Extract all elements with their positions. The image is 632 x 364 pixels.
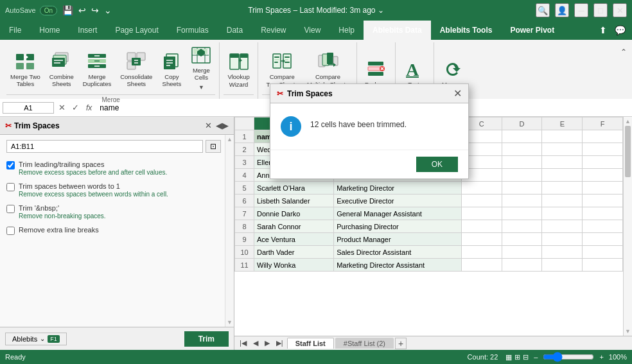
ribbon-collapse[interactable]: ⌃ [618,42,629,99]
range-select-button[interactable]: ⊡ [206,140,221,153]
cell-empty[interactable] [502,207,542,220]
cell-a[interactable]: Darth Vader [254,246,334,259]
grid-scroll-down[interactable]: ▼ [624,328,632,336]
cell-a[interactable]: Ace Ventura [254,233,334,246]
vlookup-wizard-button[interactable]: VlookupWizard [224,49,253,91]
grid-scroll-up[interactable]: ▲ [624,117,632,125]
comments-button[interactable]: 💬 [613,25,627,35]
scroll-up-btn[interactable]: ▲ [225,135,234,143]
sheet-tab-staff-list-2[interactable]: #Staff List (2) [335,338,394,349]
sheet-nav-prev[interactable]: ◀ [250,339,261,347]
view-page-btn[interactable]: ⊞ [514,353,520,361]
sheet-nav-last[interactable]: ▶| [274,339,286,347]
cell-empty[interactable] [461,259,502,272]
consolidate-sheets-button[interactable]: ConsolidateSheets [116,49,156,91]
cell-empty[interactable] [542,156,583,169]
trim-between-checkbox[interactable] [6,183,15,191]
cell-empty[interactable] [461,207,502,220]
cell-reference-input[interactable] [3,102,54,114]
cell-empty[interactable] [583,233,623,246]
cell-empty[interactable] [542,130,583,143]
confirm-formula-btn[interactable]: ✓ [70,103,81,112]
sheet-tab-staff-list[interactable]: Staff List [287,338,334,349]
zoom-slider[interactable] [543,352,594,362]
cell-empty[interactable] [542,233,583,246]
sidebar-expand-btn[interactable]: ◀▶ [216,121,229,130]
cell-empty[interactable] [461,246,502,259]
tab-home[interactable]: Home [30,21,69,40]
cell-empty[interactable] [502,195,542,207]
merge-cells-button[interactable]: MergeCells [187,42,215,84]
cell-a[interactable]: Donnie Darko [254,207,334,220]
trim-nbsp-checkbox[interactable] [6,205,15,213]
cell-b[interactable]: Purchasing Director [334,220,462,233]
sheet-nav-next[interactable]: ▶ [262,339,272,347]
tab-data[interactable]: Data [218,21,252,40]
tab-file[interactable]: File [0,21,30,40]
cell-empty[interactable] [583,182,623,195]
trim-leading-checkbox[interactable] [6,161,15,169]
zoom-in-btn[interactable]: + [597,353,606,361]
profile-button[interactable]: 👤 [555,3,569,17]
tab-ablebits-tools[interactable]: Ablebits Tools [431,21,502,40]
cell-empty[interactable] [542,169,583,182]
grid-scrollbar[interactable]: ▲ ▼ [623,117,632,336]
merge-duplicates-button[interactable]: MergeDuplicates [79,49,115,91]
view-break-btn[interactable]: ⊟ [523,353,529,361]
cell-empty[interactable] [502,156,542,169]
cell-empty[interactable] [583,130,623,143]
range-input[interactable] [6,140,203,153]
cancel-formula-btn[interactable]: ✕ [57,103,67,112]
cell-empty[interactable] [502,233,542,246]
cell-empty[interactable] [502,259,542,272]
combine-sheets-button[interactable]: CombineSheets [46,49,78,91]
cell-empty[interactable] [461,233,502,246]
minimize-button[interactable]: ─ [574,3,588,17]
tab-formulas[interactable]: Formulas [168,21,218,40]
cell-empty[interactable] [502,169,542,182]
autosave-toggle[interactable]: On [40,6,57,15]
dialog-ok-button[interactable]: OK [416,157,458,172]
cell-empty[interactable] [583,220,623,233]
cell-empty[interactable] [502,246,542,259]
ablebits-menu-btn[interactable]: Ablebits ⌄ F1 [5,333,67,345]
sheet-nav-first[interactable]: |◀ [237,339,249,347]
tab-view[interactable]: View [295,21,330,40]
cell-empty[interactable] [583,207,623,220]
merge-cells-dropdown[interactable]: ▼ [198,84,204,91]
cell-empty[interactable] [542,143,583,156]
tab-page-layout[interactable]: Page Layout [106,21,167,40]
cell-a[interactable]: Willy Wonka [254,259,334,272]
cell-empty[interactable] [583,156,623,169]
cell-b[interactable]: Marketing Director [334,182,462,195]
cell-a[interactable]: Scarlett O'Hara [254,182,334,195]
cell-empty[interactable] [502,130,542,143]
close-button[interactable]: ✕ [613,3,627,17]
tab-help[interactable]: Help [329,21,364,40]
cell-empty[interactable] [502,182,542,195]
copy-sheets-button[interactable]: CopySheets [157,49,186,91]
cell-empty[interactable] [542,182,583,195]
cell-b[interactable]: Executive Director [334,195,462,207]
cell-empty[interactable] [542,195,583,207]
undo-button[interactable]: ↩ [77,5,87,15]
cell-empty[interactable] [461,220,502,233]
cell-empty[interactable] [461,182,502,195]
cell-empty[interactable] [502,143,542,156]
cell-empty[interactable] [583,169,623,182]
cell-empty[interactable] [461,195,502,207]
trim-button[interactable]: Trim [184,331,229,347]
maximize-button[interactable]: □ [593,3,608,17]
share-button[interactable]: ⬆ [598,25,608,35]
cell-a[interactable]: Sarah Connor [254,220,334,233]
cell-empty[interactable] [583,195,623,207]
cell-empty[interactable] [583,259,623,272]
sidebar-close-btn[interactable]: ✕ [205,121,212,130]
cell-b[interactable]: General Manager Assistant [334,207,462,220]
cell-a[interactable]: Lisbeth Salander [254,195,334,207]
tab-power-pivot[interactable]: Power Pivot [501,21,563,40]
redo-button[interactable]: ↪ [90,5,100,15]
cell-empty[interactable] [542,246,583,259]
cell-empty[interactable] [583,246,623,259]
cell-b[interactable]: Marketing Director Assistant [334,259,462,272]
